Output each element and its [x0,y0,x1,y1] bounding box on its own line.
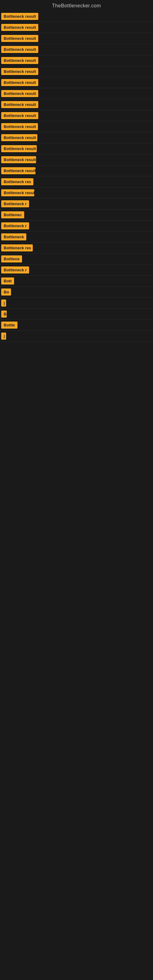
list-item: Bottleneck r [0,265,153,275]
list-item: Bottleneck result [0,110,153,121]
bottleneck-badge[interactable]: Bo [1,288,11,296]
list-item: Bottleneck result [0,132,153,143]
bottleneck-badge[interactable]: | [1,332,6,340]
bottleneck-badge[interactable]: B [1,310,7,318]
list-item: Bottleneck result [0,33,153,44]
bottleneck-badge[interactable]: Bottlenec [1,211,24,218]
list-item: Bottleneck result [0,22,153,33]
list-item: Bottlene [0,254,153,265]
bottleneck-badge[interactable]: Bottleneck result [1,123,38,130]
list-item: Bottleneck result [0,165,153,177]
list-item: Bottlenec [0,210,153,221]
bottleneck-badge[interactable]: Bottleneck res [1,178,33,185]
bottleneck-badge[interactable]: Bottleneck r [1,222,29,229]
list-item: Bott [0,275,153,286]
bottleneck-badge[interactable]: Bottleneck result [1,189,34,196]
bottleneck-badge[interactable]: Bottleneck r [1,266,29,274]
bottleneck-badge[interactable]: Bottleneck result [1,68,38,75]
bottleneck-badge[interactable]: Bottleneck result [1,134,37,141]
bottleneck-badge[interactable]: Bottleneck result [1,79,38,86]
site-title: TheBottlenecker.com [0,0,153,11]
bottleneck-badge[interactable]: Bottleneck result [1,46,38,53]
list-item: Bottleneck result [0,44,153,55]
list-item: Bottleneck result [0,121,153,132]
list-item: Bottleneck r [0,221,153,232]
list-item: Bottleneck result [0,154,153,165]
list-item: Bottleneck result [0,88,153,99]
list-item: Bottleneck res [0,177,153,188]
list-item: B [0,309,153,320]
bottleneck-badge[interactable]: Bottleneck result [1,145,37,152]
list-item: Bo [0,286,153,298]
bottleneck-badge[interactable]: Bottleneck result [1,167,35,174]
bottleneck-badge[interactable]: Bottleneck r [1,200,29,207]
list-item: Bottleneck result [0,99,153,110]
list-item: | [0,298,153,309]
bottleneck-badge[interactable]: Bottleneck result [1,24,38,31]
list-item: Bottleneck result [0,66,153,77]
list-item: Bottleneck result [0,143,153,154]
bottleneck-badge[interactable]: Bottlene [1,255,22,262]
bottleneck-badge[interactable]: Bottle [1,321,18,329]
bottleneck-badge[interactable]: Bottleneck result [1,112,38,119]
bottleneck-badge[interactable]: Bott [1,277,14,285]
list-item: Bottleneck result [0,77,153,88]
bottleneck-badge[interactable]: Bottleneck res [1,244,33,251]
bottleneck-badge[interactable]: | [1,299,6,307]
list-item: Bottleneck result [0,11,153,22]
bottleneck-badge[interactable]: Bottleneck result [1,57,38,64]
list-item: | [0,331,153,342]
bottleneck-badge[interactable]: Bottleneck result [1,156,36,163]
list-item: Bottleneck [0,232,153,243]
list-item: Bottleneck result [0,55,153,66]
list-item: Bottleneck res [0,243,153,254]
list-item: Bottle [0,320,153,331]
list-item: Bottleneck r [0,199,153,210]
bottleneck-badge[interactable]: Bottleneck result [1,13,38,20]
bottleneck-badge[interactable]: Bottleneck [1,233,26,240]
bottleneck-badge[interactable]: Bottleneck result [1,35,38,42]
bottleneck-badge[interactable]: Bottleneck result [1,90,38,97]
list-item: Bottleneck result [0,188,153,199]
bottleneck-badge[interactable]: Bottleneck result [1,101,38,108]
